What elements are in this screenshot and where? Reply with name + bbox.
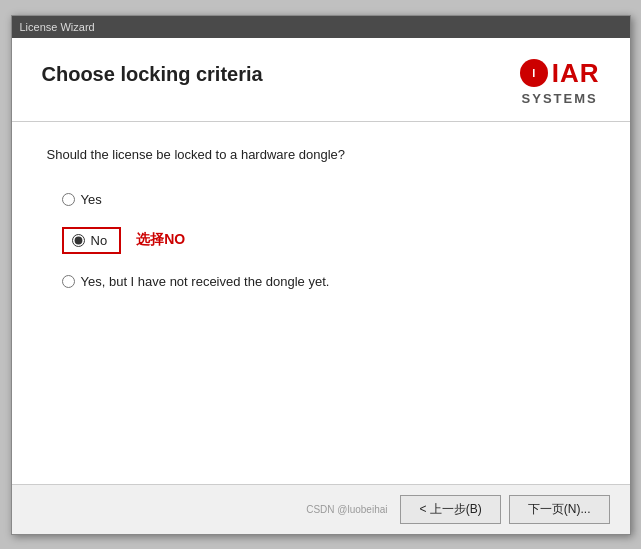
no-box: No	[62, 227, 122, 254]
radio-item-yes-no-dongle[interactable]: Yes, but I have not received the dongle …	[62, 274, 600, 289]
footer-section: CSDN @luobeihai < 上一步(B) 下一页(N)...	[12, 484, 630, 534]
radio-no-label: No	[91, 233, 108, 248]
radio-yes[interactable]	[62, 193, 75, 206]
back-button[interactable]: < 上一步(B)	[400, 495, 500, 524]
iar-logo: I IAR SYSTEMS	[520, 58, 600, 106]
radio-yes-no-dongle-label: Yes, but I have not received the dongle …	[81, 274, 330, 289]
title-bar-label: License Wizard	[20, 21, 95, 33]
watermark-text: CSDN @luobeihai	[306, 504, 387, 515]
radio-no[interactable]	[72, 234, 85, 247]
window-body: Choose locking criteria I IAR SYSTEMS Sh…	[12, 38, 630, 534]
radio-yes-no-dongle[interactable]	[62, 275, 75, 288]
iar-logo-top: I IAR	[520, 58, 600, 89]
radio-yes-label: Yes	[81, 192, 102, 207]
content-section: Should the license be locked to a hardwa…	[12, 122, 630, 484]
annotation-text: 选择NO	[136, 231, 185, 249]
radio-item-no[interactable]: No	[72, 233, 108, 248]
iar-text: IAR	[552, 58, 600, 89]
license-wizard-window: License Wizard Choose locking criteria I…	[11, 15, 631, 535]
radio-group: Yes No 选择NO Yes, but I have not rece	[47, 192, 600, 289]
header-section: Choose locking criteria I IAR SYSTEMS	[12, 38, 630, 122]
iar-circle-icon: I	[520, 59, 548, 87]
radio-item-yes[interactable]: Yes	[62, 192, 600, 207]
page-title: Choose locking criteria	[42, 63, 263, 86]
next-button[interactable]: 下一页(N)...	[509, 495, 610, 524]
systems-text: SYSTEMS	[522, 91, 598, 106]
title-bar: License Wizard	[12, 16, 630, 38]
question-text: Should the license be locked to a hardwa…	[47, 147, 600, 162]
no-radio-container: No 选择NO	[62, 227, 600, 254]
